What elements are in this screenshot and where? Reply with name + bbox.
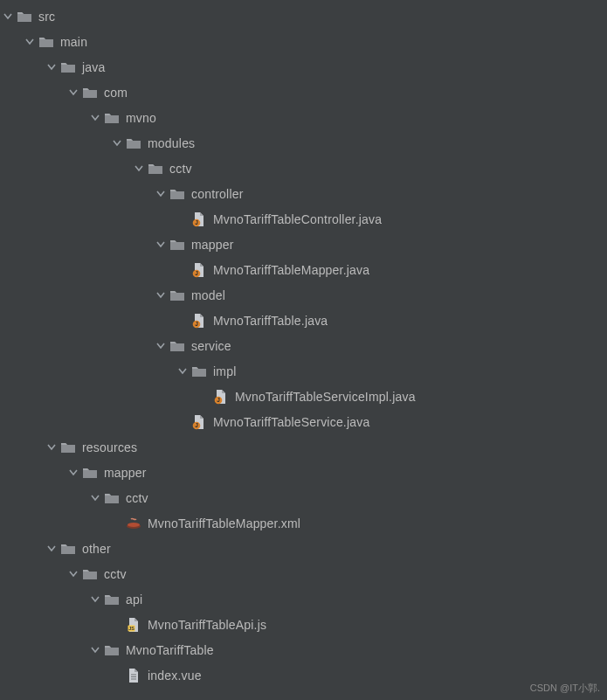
tree-folder-row[interactable]: api xyxy=(0,586,607,612)
tree-file-row[interactable]: JMvnoTariffTableServiceImpl.java xyxy=(0,384,607,409)
java-file-icon: J xyxy=(190,211,208,228)
tree-file-row[interactable]: JMvnoTariffTable.java xyxy=(0,308,607,333)
watermark: CSDN @IT小郭. xyxy=(530,682,600,695)
chevron-down-icon[interactable] xyxy=(0,9,16,24)
file-icon xyxy=(125,667,142,684)
tree-item-label: main xyxy=(60,35,87,49)
xml-file-icon xyxy=(125,515,142,532)
tree-folder-row[interactable]: mvno xyxy=(0,105,607,130)
tree-item-label: MvnoTariffTable.java xyxy=(213,314,328,328)
chevron-down-icon[interactable] xyxy=(44,440,59,455)
folder-icon xyxy=(103,489,121,507)
chevron-down-icon[interactable] xyxy=(131,161,147,177)
tree-item-label: MvnoTariffTableService.java xyxy=(213,415,369,429)
folder-icon xyxy=(125,135,142,152)
tree-file-row[interactable]: JSMvnoTariffTableApi.js xyxy=(0,612,607,637)
tree-folder-row[interactable]: model xyxy=(0,282,607,308)
tree-folder-row[interactable]: main xyxy=(0,29,607,54)
chevron-down-icon xyxy=(175,414,190,430)
tree-folder-row[interactable]: mapper xyxy=(0,232,607,257)
tree-file-row[interactable]: MvnoTariffTableMapper.xml xyxy=(0,510,607,536)
chevron-down-icon[interactable] xyxy=(153,288,169,303)
folder-icon xyxy=(16,8,33,25)
chevron-down-icon xyxy=(109,617,125,633)
tree-folder-row[interactable]: cctv xyxy=(0,156,607,181)
tree-folder-row[interactable]: mapper xyxy=(0,460,607,485)
java-file-icon: J xyxy=(190,312,208,329)
chevron-down-icon[interactable] xyxy=(44,59,59,75)
tree-folder-row[interactable]: src xyxy=(0,3,607,29)
js-file-icon: JS xyxy=(125,616,142,634)
tree-folder-row[interactable]: MvnoTariffTable xyxy=(0,637,607,662)
chevron-down-icon[interactable] xyxy=(109,135,125,151)
tree-folder-row[interactable]: other xyxy=(0,536,607,561)
folder-icon xyxy=(59,540,77,558)
tree-item-label: modules xyxy=(148,136,195,150)
tree-file-row[interactable]: JMvnoTariffTableService.java xyxy=(0,409,607,434)
tree-folder-row[interactable]: service xyxy=(0,333,607,358)
java-file-icon: J xyxy=(190,413,208,431)
chevron-down-icon xyxy=(109,668,125,683)
folder-icon xyxy=(169,337,186,355)
chevron-down-icon xyxy=(175,313,190,329)
svg-text:J: J xyxy=(195,219,198,225)
tree-folder-row[interactable]: resources xyxy=(0,434,607,460)
tree-item-label: cctv xyxy=(126,491,148,505)
tree-item-label: model xyxy=(191,288,225,302)
chevron-down-icon[interactable] xyxy=(175,364,190,379)
folder-icon xyxy=(59,439,77,456)
tree-item-label: controller xyxy=(191,187,244,201)
tree-folder-row[interactable]: cctv xyxy=(0,485,607,510)
chevron-down-icon[interactable] xyxy=(87,592,103,607)
tree-item-label: src xyxy=(38,10,55,24)
chevron-down-icon[interactable] xyxy=(66,465,81,481)
tree-folder-row[interactable]: impl xyxy=(0,358,607,384)
chevron-down-icon[interactable] xyxy=(66,566,81,582)
chevron-down-icon[interactable] xyxy=(87,642,103,658)
tree-folder-row[interactable]: cctv xyxy=(0,561,607,586)
svg-text:J: J xyxy=(195,422,198,428)
chevron-down-icon[interactable] xyxy=(153,237,169,253)
tree-item-label: MvnoTariffTableMapper.xml xyxy=(148,516,300,530)
folder-icon xyxy=(103,109,121,127)
svg-text:JS: JS xyxy=(128,626,135,631)
tree-folder-row[interactable]: com xyxy=(0,80,607,105)
chevron-down-icon[interactable] xyxy=(87,110,103,126)
tree-item-label: MvnoTariffTableServiceImpl.java xyxy=(235,390,416,404)
tree-item-label: index.vue xyxy=(148,669,202,683)
tree-item-label: mapper xyxy=(104,466,147,480)
tree-folder-row[interactable]: java xyxy=(0,54,607,80)
tree-item-label: mapper xyxy=(191,238,234,252)
folder-icon xyxy=(81,565,99,583)
chevron-down-icon[interactable] xyxy=(44,541,59,557)
tree-item-label: api xyxy=(126,593,142,606)
chevron-down-icon[interactable] xyxy=(153,186,169,202)
chevron-down-icon[interactable] xyxy=(22,34,38,50)
tree-item-label: impl xyxy=(213,364,236,378)
chevron-down-icon[interactable] xyxy=(87,490,103,506)
folder-icon xyxy=(169,287,186,304)
folder-icon xyxy=(38,33,55,51)
chevron-down-icon xyxy=(175,262,190,278)
tree-file-row[interactable]: JMvnoTariffTableController.java xyxy=(0,206,607,232)
tree-item-label: MvnoTariffTableMapper.java xyxy=(213,263,369,277)
svg-text:J: J xyxy=(195,321,198,327)
chevron-down-icon[interactable] xyxy=(66,85,81,100)
tree-item-label: service xyxy=(191,339,231,353)
tree-folder-row[interactable]: controller xyxy=(0,181,607,206)
tree-item-label: cctv xyxy=(104,567,127,581)
tree-item-label: cctv xyxy=(169,162,192,176)
tree-item-label: MvnoTariffTable xyxy=(126,643,214,657)
java-file-icon: J xyxy=(190,261,208,279)
java-file-icon: J xyxy=(212,388,230,405)
chevron-down-icon xyxy=(175,211,190,227)
tree-item-label: resources xyxy=(82,440,137,454)
tree-file-row[interactable]: JMvnoTariffTableMapper.java xyxy=(0,257,607,282)
chevron-down-icon[interactable] xyxy=(153,338,169,354)
folder-icon xyxy=(103,641,121,659)
folder-icon xyxy=(169,236,186,253)
tree-folder-row[interactable]: modules xyxy=(0,130,607,156)
tree-file-row[interactable]: index.vue xyxy=(0,662,607,688)
folder-icon xyxy=(59,59,77,76)
folder-icon xyxy=(147,160,164,177)
